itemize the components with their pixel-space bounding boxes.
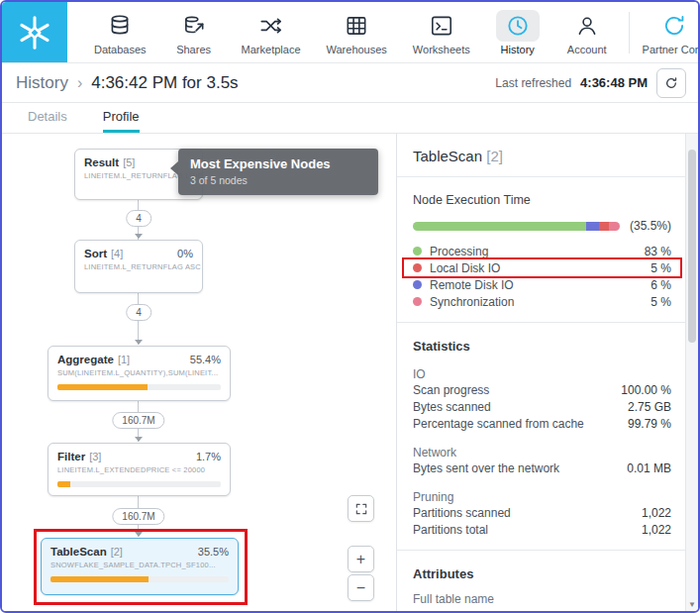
panel-scrollbar[interactable]: ▼ [685, 134, 698, 611]
stat-label: Bytes sent over the network [413, 461, 559, 474]
snowflake-logo[interactable] [2, 2, 67, 62]
node-filter[interactable]: Filter [3] 1.7% LINEITEM.L_EXTENDEDPRICE… [48, 443, 231, 496]
nav-item-marketplace[interactable]: Marketplace [229, 10, 314, 55]
node-percent: 1.7% [196, 451, 221, 462]
stat-row: Partitions scanned 1,022 [413, 504, 671, 521]
nav-item-worksheets[interactable]: Worksheets [400, 10, 483, 55]
breadcrumb-separator: › [77, 74, 82, 92]
tab-profile[interactable]: Profile [103, 109, 140, 133]
legend-label: Remote Disk IO [430, 278, 514, 292]
nav-label: Worksheets [413, 44, 470, 55]
edge-arrow [135, 532, 143, 537]
stat-value: 1,022 [642, 506, 671, 519]
shares-icon [172, 10, 216, 42]
node-progress-track [57, 481, 221, 487]
node-detail: SNOWFLAKE_SAMPLE_DATA.TPCH_SF100... [42, 559, 238, 569]
last-refreshed-time: 4:36:48 PM [580, 75, 648, 90]
node-name: TableScan [50, 546, 107, 558]
node-name: Filter [57, 451, 85, 462]
edge-label: 160.7M [112, 412, 164, 429]
zoom-in-button[interactable]: + [348, 546, 374, 572]
nav-item-warehouses[interactable]: Warehouses [314, 10, 400, 55]
attributes-heading: Attributes [413, 566, 671, 581]
profile-dag: 4 4 160.7M 160.7M Result [5] LINEITEM.L_… [2, 134, 396, 611]
legend-value: 5 % [650, 261, 671, 275]
edge-arrow [135, 234, 143, 239]
legend-value: 5 % [650, 295, 671, 309]
panel-node-name: TableScan [413, 148, 482, 164]
statistics-heading: Statistics [413, 339, 671, 354]
account-icon [565, 10, 609, 42]
node-aggregate[interactable]: Aggregate [1] 55.4% SUM(LINEITEM.L_QUANT… [48, 346, 231, 401]
tab-details[interactable]: Details [28, 109, 67, 133]
stat-row: Bytes sent over the network 0.01 MB [413, 460, 671, 476]
partner-connect-icon [652, 10, 696, 42]
nav-label: History [501, 44, 535, 55]
node-percent: 35.5% [198, 546, 229, 558]
tooltip-title: Most Expensive Nodes [190, 156, 366, 171]
breadcrumb-history-link[interactable]: History [16, 73, 68, 93]
legend-dot-local-disk-io [413, 263, 422, 272]
node-index: [3] [89, 451, 101, 462]
node-percent: 55.4% [190, 354, 221, 365]
node-name: Result [84, 156, 119, 168]
top-navigation: Databases Shares [2, 2, 698, 63]
node-sort[interactable]: Sort [4] 0% LINEITEM.L_RETURNFLAG ASC NU… [74, 240, 203, 293]
refresh-icon [663, 75, 679, 91]
node-progress-track [57, 384, 221, 390]
nav-item-shares[interactable]: Shares [159, 10, 229, 55]
legend-row-processing: Processing 83 % [413, 243, 671, 259]
legend-label: Synchronization [430, 295, 514, 309]
most-expensive-nodes-tooltip: Most Expensive Nodes 3 of 5 nodes [178, 149, 378, 195]
fit-to-screen-icon [354, 502, 368, 516]
stat-value: 2.75 GB [628, 400, 671, 413]
node-progress-bar [57, 384, 148, 390]
node-index: [5] [123, 156, 135, 168]
nav-label: Databases [94, 44, 147, 55]
execution-time-row: (35.5%) [413, 219, 671, 233]
stat-group-network: Network [413, 446, 671, 460]
node-name: Aggregate [57, 354, 114, 365]
panel-node-index: [2] [486, 148, 503, 164]
edge-arrow [135, 437, 143, 442]
legend-label: Processing [430, 245, 488, 258]
nav-item-databases[interactable]: Databases [81, 10, 159, 55]
tooltip-subtitle: 3 of 5 nodes [190, 174, 366, 186]
nav-item-account[interactable]: Account [552, 10, 622, 55]
snowflake-app-window: Databases Shares [0, 0, 700, 613]
scrollbar-down-arrow[interactable]: ▼ [686, 600, 698, 609]
node-index: [4] [111, 248, 123, 259]
databases-icon [98, 10, 142, 42]
execution-time-heading: Node Execution Time [413, 193, 671, 207]
node-progress-bar [57, 481, 70, 487]
stat-label: Scan progress [413, 383, 489, 396]
stat-label: Partitions total [413, 523, 488, 536]
legend-label: Local Disk IO [430, 261, 500, 275]
nav-item-history[interactable]: History [483, 10, 552, 55]
stat-row: Partitions total 1,022 [413, 521, 671, 538]
nav-label: Warehouses [327, 44, 387, 55]
node-tablescan[interactable]: TableScan [2] 35.5% SNOWFLAKE_SAMPLE_DAT… [41, 538, 239, 595]
header-right: Last refreshed 4:36:48 PM [495, 68, 686, 98]
zoom-out-button[interactable]: − [348, 574, 374, 601]
fit-to-screen-button[interactable] [348, 495, 374, 522]
node-progress-bar [50, 576, 149, 582]
scrollbar-thumb[interactable] [688, 150, 696, 343]
query-title: 4:36:42 PM for 3.5s [91, 73, 238, 93]
legend-row-local-disk-io: Local Disk IO 5 % [404, 259, 680, 276]
node-name: Sort [84, 248, 107, 259]
divider [397, 550, 685, 551]
legend-row-synchronization: Synchronization 5 % [413, 293, 671, 310]
refresh-button[interactable] [656, 68, 686, 98]
stat-label: Bytes scanned [413, 400, 491, 413]
divider [397, 176, 685, 177]
nav-label: Account [567, 44, 607, 55]
nav-item-partner-connect[interactable]: Partner Conn [630, 10, 698, 55]
execution-total-percent: (35.5%) [630, 219, 671, 233]
marketplace-icon [250, 10, 293, 42]
panel-content: TableScan [2] Node Execution Time (35.5%… [397, 134, 685, 611]
history-icon [496, 10, 540, 42]
panel-title: TableScan [2] [413, 148, 671, 164]
stat-row: Scan progress 100.00 % [413, 381, 671, 398]
last-refreshed-label: Last refreshed [495, 76, 571, 90]
